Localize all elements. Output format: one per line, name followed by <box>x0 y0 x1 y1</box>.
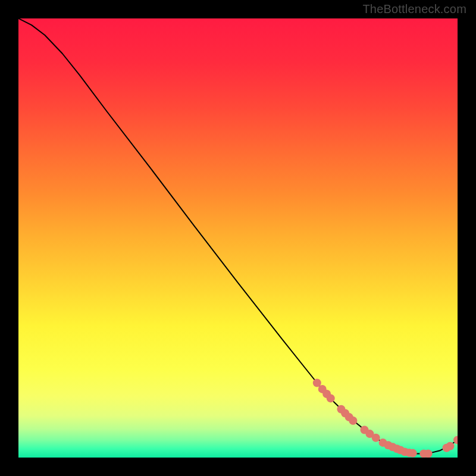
gradient-plot <box>18 18 458 458</box>
watermark-text: TheBottleneck.com <box>362 2 466 16</box>
chart-stage: TheBottleneck.com <box>0 0 476 476</box>
gradient-rect <box>18 18 458 458</box>
